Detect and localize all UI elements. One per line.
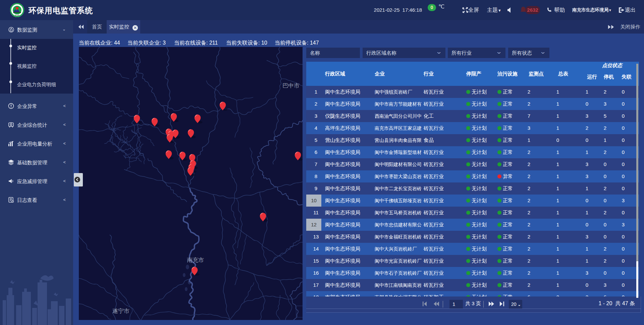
svg-text:巴中市: 巴中市 xyxy=(282,83,300,89)
svg-text:遂宁市: 遂宁市 xyxy=(112,308,129,314)
svg-text:南充市: 南充市 xyxy=(187,257,204,263)
